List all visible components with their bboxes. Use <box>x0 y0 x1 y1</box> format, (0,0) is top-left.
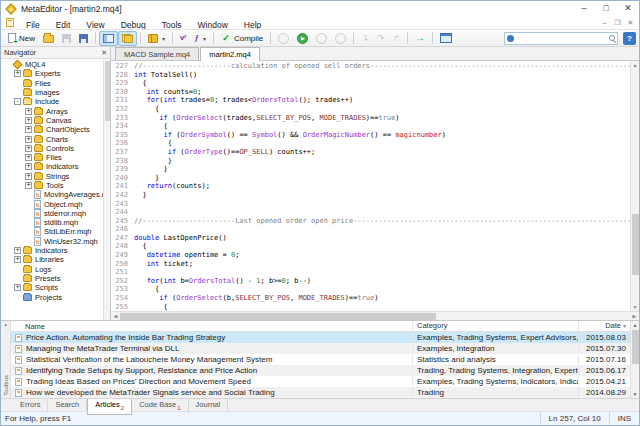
minimize-icon[interactable]: – <box>573 1 595 16</box>
tree-expander-icon[interactable]: + <box>25 136 32 143</box>
mdi-close-icon[interactable]: ✕ <box>624 17 637 28</box>
scroll-down-icon[interactable]: ▼ <box>633 303 638 311</box>
tree-item-mql4[interactable]: MQL4 <box>1 60 103 69</box>
menu-item-tools[interactable]: Tools <box>154 20 190 30</box>
tree-item-indicators[interactable]: +Indicators <box>1 162 103 171</box>
editor-horizontal-scrollbar[interactable]: ◀ ▶ <box>111 311 639 320</box>
article-row[interactable]: Statistical Verification of the Labouche… <box>11 354 630 365</box>
scroll-down-icon[interactable]: ▼ <box>633 390 638 398</box>
tree-item-files[interactable]: Files <box>1 79 103 88</box>
column-header-category[interactable]: Category <box>412 321 578 331</box>
tree-expander-icon[interactable]: + <box>25 108 32 115</box>
tree-expander-icon[interactable]: + <box>14 284 21 291</box>
search-icon[interactable] <box>609 35 615 41</box>
article-row[interactable]: Trading Ideas Based on Prices' Direction… <box>11 376 630 387</box>
menu-item-view[interactable]: View <box>78 20 112 30</box>
step-out-button[interactable]: ↱ <box>388 31 404 46</box>
step-over-button[interactable]: ↷ <box>373 31 389 46</box>
menu-item-debug[interactable]: Debug <box>113 20 154 30</box>
insert-function-button[interactable]: ƒ▾ <box>191 31 210 46</box>
tree-item-presets[interactable]: Presets <box>1 274 103 283</box>
tree-expander-icon[interactable]: + <box>25 173 32 180</box>
tree-expander-icon[interactable]: + <box>25 154 32 161</box>
tab-journal[interactable]: Journal <box>189 399 229 411</box>
tree-expander-icon[interactable]: + <box>14 256 21 263</box>
tree-item-stdliberr-mqh[interactable]: hStdLibErr.mqh <box>1 227 103 236</box>
tree-item-chartobjects[interactable]: +ChartObjects <box>1 125 103 134</box>
toolbox-close-icon[interactable]: ▪ <box>4 321 6 330</box>
tree-item-strings[interactable]: +Strings <box>1 172 103 181</box>
tree-expander-icon[interactable]: + <box>25 182 32 189</box>
compile-button[interactable]: ✓ Compile <box>217 31 267 46</box>
tree-item-controls[interactable]: +Controls <box>1 144 103 153</box>
tree-item-charts[interactable]: +Charts <box>1 134 103 143</box>
search-scope-icon[interactable] <box>507 35 514 42</box>
menu-item-help[interactable]: Help <box>236 20 269 30</box>
mdi-minimize-icon[interactable]: – <box>598 17 611 28</box>
editor-tab-martin2-mq4[interactable]: martin2.mq4 <box>200 47 260 61</box>
tree-expander-icon[interactable]: + <box>25 117 32 124</box>
scroll-right-icon[interactable]: ▶ <box>630 313 639 319</box>
tab-articles[interactable]: Articles2 <box>87 399 132 415</box>
new-file-button[interactable]: New <box>4 31 39 46</box>
tree-expander-icon[interactable]: + <box>14 247 21 254</box>
editor-vertical-scrollbar[interactable]: ▲ ▼ <box>630 61 639 311</box>
article-row[interactable]: Managing the MetaTrader Terminal via DLL… <box>11 343 630 354</box>
tree-expander-icon[interactable]: + <box>25 126 32 133</box>
tree-item-tools[interactable]: +Tools <box>1 181 103 190</box>
save-button[interactable] <box>58 31 75 46</box>
navigator-toggle-button[interactable] <box>99 31 118 46</box>
tree-item-movingaverages-mqh[interactable]: hMovingAverages.mqh <box>1 190 103 199</box>
open-terminal-button[interactable] <box>436 31 456 46</box>
tree-item-libraries[interactable]: +Libraries <box>1 255 103 264</box>
debug-stop-button[interactable]: ■ <box>331 31 350 46</box>
mdi-restore-icon[interactable]: ❐ <box>611 17 624 28</box>
column-header-date[interactable]: Date▾ <box>578 321 630 331</box>
maximize-icon[interactable]: □ <box>595 1 617 16</box>
tree-item-files[interactable]: +Files <box>1 153 103 162</box>
scroll-left-icon[interactable]: ◀ <box>111 313 120 319</box>
tree-item-object-mqh[interactable]: hObject.mqh <box>1 199 103 208</box>
tree-item-include[interactable]: -Include <box>1 97 103 106</box>
menu-item-file[interactable]: File <box>18 20 48 30</box>
step-into-button[interactable]: ↴ <box>357 31 373 46</box>
reference-button[interactable]: ▾ <box>144 31 169 46</box>
tree-item-canvas[interactable]: +Canvas <box>1 116 103 125</box>
tree-expander-icon[interactable]: - <box>14 98 21 105</box>
article-row[interactable]: Identifying Trade Setups by Support, Res… <box>11 365 630 376</box>
tree-item-images[interactable]: Images <box>1 88 103 97</box>
editor-tab-macd-sample-mq4[interactable]: MACD Sample.mq4 <box>115 47 199 60</box>
menu-item-window[interactable]: Window <box>190 20 236 30</box>
document-system-icon[interactable] <box>6 18 14 27</box>
tab-code-base[interactable]: Code Base1 <box>132 399 188 414</box>
scroll-up-icon[interactable]: ▲ <box>633 61 638 69</box>
navigator-scrollbar[interactable] <box>103 59 110 320</box>
save-all-button[interactable] <box>75 31 92 46</box>
tab-search[interactable]: Search <box>48 399 87 411</box>
search-input[interactable] <box>516 33 607 44</box>
tree-expander-icon[interactable]: + <box>25 163 32 170</box>
tree-item-logs[interactable]: Logs <box>1 265 103 274</box>
toolbox-toggle-button[interactable] <box>118 31 137 46</box>
article-row[interactable]: Price Action. Automating the Inside Bar … <box>11 332 630 343</box>
debug-start-button[interactable]: ▶ <box>293 31 312 46</box>
tree-expander-icon[interactable]: + <box>25 145 32 152</box>
tree-item-experts[interactable]: +Experts <box>1 69 103 78</box>
list-scrollbar[interactable]: ▲ ▼ <box>630 321 639 398</box>
tree-item-indicators[interactable]: +Indicators <box>1 246 103 255</box>
tree-item-scripts[interactable]: +Scripts <box>1 283 103 292</box>
tree-item-winuser32-mqh[interactable]: hWinUser32.mqh <box>1 237 103 246</box>
close-icon[interactable]: ✕ <box>617 1 639 16</box>
help-button[interactable]: ? <box>623 32 636 45</box>
open-file-button[interactable] <box>39 31 58 46</box>
tree-item-stdlib-mqh[interactable]: hstdlib.mqh <box>1 218 103 227</box>
tab-errors[interactable]: Errors <box>13 399 48 411</box>
code-editor[interactable]: 227//---------------------calculation of… <box>111 61 630 311</box>
tree-item-projects[interactable]: Projects <box>1 292 103 301</box>
navigator-close-icon[interactable]: ✕ <box>101 48 107 58</box>
menu-item-edit[interactable]: Edit <box>48 20 79 30</box>
profiler-button[interactable] <box>274 31 293 46</box>
tree-item-stderror-mqh[interactable]: hstderror.mqh <box>1 209 103 218</box>
article-row[interactable]: How we developed the MetaTrader Signals … <box>11 387 630 398</box>
debug-pause-button[interactable]: ▌▌ <box>312 31 331 46</box>
